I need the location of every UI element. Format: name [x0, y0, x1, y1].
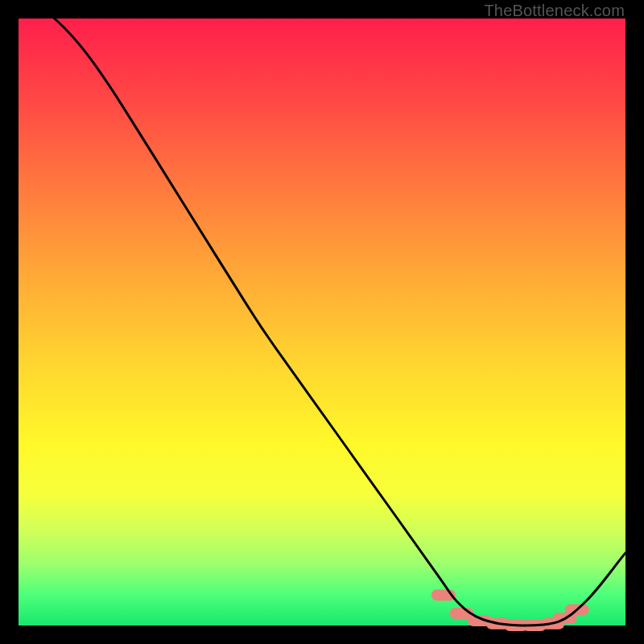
- chart-svg: [19, 19, 625, 625]
- chart-plot-area: [19, 19, 625, 625]
- bottleneck-curve: [19, 0, 625, 625]
- watermark-text: TheBottleneck.com: [484, 2, 625, 20]
- chart-frame: TheBottleneck.com: [0, 0, 644, 644]
